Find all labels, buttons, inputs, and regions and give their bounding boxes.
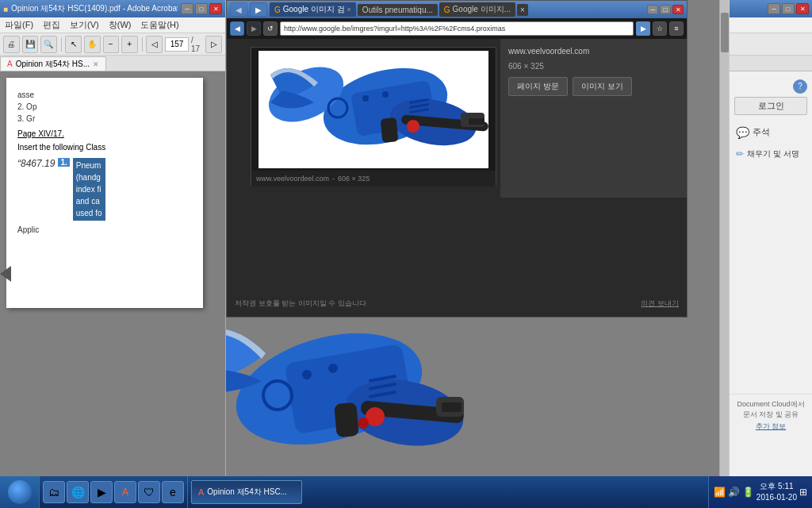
overlay-source-text: www.veelvoordeel.com	[256, 175, 329, 183]
ql-media[interactable]: ▶	[90, 481, 113, 503]
tools-close[interactable]: ✕	[796, 3, 809, 14]
select-tool[interactable]: ↖	[65, 36, 82, 53]
menu-btn[interactable]: ≡	[669, 21, 684, 36]
battery-icon[interactable]: 🔋	[742, 487, 754, 498]
separator	[61, 37, 62, 52]
tools-toolbar-placeholder	[730, 33, 812, 56]
pdf-page: asse 2. Op 3. Gr Page XIV/17. Insert the…	[6, 78, 203, 308]
save-button[interactable]: 💾	[22, 36, 39, 53]
ql-browser[interactable]: 🌐	[67, 481, 89, 503]
print-button[interactable]: 🖨	[3, 36, 20, 53]
overlay-dash: -	[332, 175, 335, 183]
forward-button[interactable]: ▶	[250, 2, 267, 17]
svg-point-31	[328, 364, 338, 373]
svg-rect-15	[469, 118, 485, 125]
login-button[interactable]: 로그인	[734, 97, 807, 115]
google-restore[interactable]: □	[660, 5, 671, 14]
next-page[interactable]: ▷	[205, 36, 222, 53]
ql-explorer[interactable]: 🗂	[43, 481, 65, 503]
help-icon-area: ?	[734, 78, 807, 94]
svg-point-22	[358, 418, 369, 429]
acrobat-taskbar-icon: A	[198, 487, 204, 497]
tools-minimize[interactable]: ─	[768, 3, 780, 14]
tools-footer: Document Cloud에서 문서 저장 및 공유 추가 정보	[730, 394, 812, 437]
clock[interactable]: 오후 5:11 2016-01-20	[756, 481, 797, 503]
hand-tool[interactable]: ✋	[84, 36, 101, 53]
help-icon[interactable]: ?	[793, 79, 807, 94]
reload-btn[interactable]: ↺	[263, 21, 278, 36]
browser-tabs-title: G Google 이미지 검 × Outils pneumatiqu... G …	[270, 2, 645, 17]
menu-view[interactable]: 보기(V)	[65, 17, 104, 33]
network-icon[interactable]: 📶	[714, 487, 726, 498]
line-gr: 3. Gr	[17, 113, 192, 125]
tools-maximize[interactable]: □	[782, 3, 795, 14]
search-button[interactable]: 🔍	[40, 36, 57, 53]
nav-back-addr[interactable]: ◀	[230, 21, 244, 36]
google-minimize[interactable]: ─	[647, 5, 658, 14]
back-button[interactable]: ◀	[230, 2, 247, 17]
tab-google-img[interactable]: G Google 이미지 검 ×	[270, 2, 356, 17]
scroll-thumb[interactable]	[721, 13, 729, 52]
zoom-out[interactable]: −	[103, 36, 120, 53]
entry-header: “8467.19 1. Pneum (handg index fi and ca…	[17, 158, 192, 221]
google-close[interactable]: ✕	[672, 5, 684, 14]
taskbar: 🗂 🌐 ▶ A 🛡 e A Opinion 제54차 HSC... 📶 🔊 🔋 …	[0, 476, 812, 508]
menu-edit[interactable]: 편집	[38, 17, 65, 33]
star-btn[interactable]: ☆	[653, 21, 667, 36]
sel-line4: and ca	[76, 195, 102, 207]
selected-text-block: Pneum (handg index fi and ca used fo	[73, 158, 105, 221]
start-button[interactable]	[0, 476, 40, 508]
menu-file[interactable]: 파일(F)	[0, 17, 38, 33]
sel-line1: Pneum	[76, 160, 102, 171]
go-button[interactable]: ▶	[636, 21, 650, 36]
comment-tool[interactable]: 💬 주석	[730, 121, 812, 144]
footer-link[interactable]: 추가 정보	[736, 421, 806, 432]
visit-page-btn[interactable]: 페이지 방문	[508, 77, 568, 96]
sel-line3: index fi	[76, 183, 102, 195]
page-input[interactable]	[165, 37, 189, 52]
entry-badge: 1.	[58, 158, 69, 167]
view-image-btn[interactable]: 이미지 보기	[573, 77, 632, 96]
acrobat-taskbar-label: Opinion 제54차 HSC...	[207, 487, 287, 498]
comment-icon: 💬	[736, 126, 749, 139]
google-icon: G	[274, 6, 281, 14]
taskbar-acrobat[interactable]: A Opinion 제54차 HSC...	[191, 480, 302, 504]
pdf-top-lines: asse 2. Op 3. Gr	[17, 89, 192, 125]
ql-acrobat[interactable]: A	[114, 481, 136, 503]
ql-ie[interactable]: e	[162, 481, 184, 503]
svg-rect-29	[334, 402, 359, 437]
maximize-button[interactable]: □	[195, 3, 208, 14]
scroll-bar[interactable]	[719, 0, 729, 476]
svg-rect-7	[381, 117, 399, 143]
show-desktop-icon[interactable]: ⊞	[799, 487, 807, 498]
nav-forward-addr[interactable]: ▶	[247, 21, 261, 36]
entry-content: Pneum (handg index fi and ca used fo	[73, 158, 105, 221]
entry-number: “8467.19	[17, 158, 55, 169]
prev-page[interactable]: ◁	[146, 36, 163, 53]
sel-line2: (handg	[76, 171, 102, 183]
ql-unknown1[interactable]: 🛡	[138, 481, 160, 503]
footer-text: Document Cloud에서 문서 저장 및 공유	[736, 399, 806, 420]
tab-google2[interactable]: G Google 이미지...	[439, 2, 515, 17]
google-main-content: www.veelvoordeel.com - 606 × 325 www.vee…	[227, 39, 687, 317]
separator2	[142, 37, 143, 52]
volume-icon[interactable]: 🔊	[728, 487, 740, 498]
minimize-button[interactable]: ─	[181, 3, 193, 14]
close-button[interactable]: ✕	[209, 3, 222, 14]
menu-window[interactable]: 창(W)	[104, 17, 136, 33]
tab-outils[interactable]: Outils pneumatiqu...	[358, 4, 438, 16]
footer-feedback[interactable]: 의견 보내기	[641, 298, 679, 309]
overlay-source: www.veelvoordeel.com - 606 × 325	[251, 171, 496, 187]
toolbar: 🖨 💾 🔍 ↖ ✋ − + ◁ / 17 ▷	[0, 33, 225, 56]
pdf-tab[interactable]: A Opinion 제54차 HS... ✕	[0, 56, 106, 71]
page-heading: Page XIV/17.	[17, 129, 192, 138]
zoom-in[interactable]: +	[121, 36, 138, 53]
tab1-close[interactable]: ×	[347, 6, 351, 13]
tab-new[interactable]: ×	[517, 4, 528, 16]
fill-tool[interactable]: ✏ 채우기 및 서명	[730, 144, 812, 164]
menu-bar: 파일(F) 편집 보기(V) 창(W) 도움말(H)	[0, 17, 225, 33]
pdf-content-area: asse 2. Op 3. Gr Page XIV/17. Insert the…	[0, 71, 225, 476]
menu-help[interactable]: 도움말(H)	[136, 17, 183, 33]
tab-close-icon[interactable]: ✕	[93, 60, 99, 68]
address-input[interactable]	[280, 21, 634, 36]
